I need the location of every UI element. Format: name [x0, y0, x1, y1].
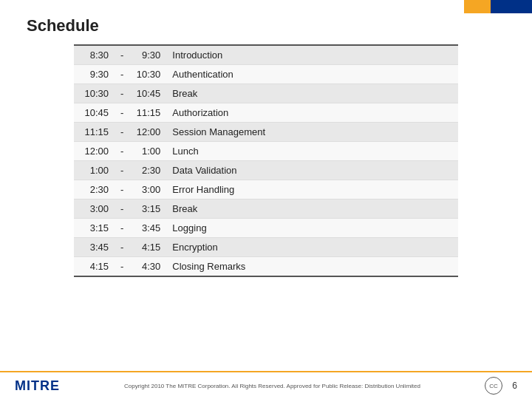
time-end: 3:15	[129, 200, 166, 219]
time-start: 3:00	[74, 200, 115, 219]
topic-label: Encryption	[166, 238, 458, 257]
time-start: 10:30	[74, 84, 115, 103]
table-row: 3:15-3:45Logging	[74, 219, 458, 238]
time-dash: -	[115, 45, 129, 65]
table-row: 1:00-2:30Data Validation	[74, 161, 458, 180]
time-dash: -	[115, 123, 129, 142]
topic-label: Logging	[166, 219, 458, 238]
time-start: 10:45	[74, 103, 115, 123]
time-start: 3:45	[74, 238, 115, 257]
topic-label: Session Management	[166, 123, 458, 142]
footer-copyright: Copyright 2010 The MITRE Corporation. Al…	[60, 383, 485, 389]
time-end: 10:45	[129, 84, 166, 103]
footer: MITRE Copyright 2010 The MITRE Corporati…	[0, 371, 532, 399]
corner-block-blue	[491, 0, 532, 13]
table-row: 3:45-4:15Encryption	[74, 238, 458, 257]
mitre-logo: MITRE	[15, 378, 60, 394]
topic-label: Data Validation	[166, 161, 458, 180]
topic-label: Lunch	[166, 142, 458, 161]
time-dash: -	[115, 200, 129, 219]
topic-label: Break	[166, 84, 458, 103]
topic-label: Authentication	[166, 65, 458, 84]
topic-label: Closing Remarks	[166, 257, 458, 277]
table-row: 12:00-1:00Lunch	[74, 142, 458, 161]
time-start: 1:00	[74, 161, 115, 180]
time-start: 2:30	[74, 180, 115, 200]
schedule-container: 8:30-9:30Introduction9:30-10:30Authentic…	[74, 44, 458, 277]
time-dash: -	[115, 257, 129, 277]
time-end: 4:30	[129, 257, 166, 277]
table-row: 10:30-10:45Break	[74, 84, 458, 103]
table-row: 10:45-11:15Authorization	[74, 103, 458, 123]
corner-block-orange	[464, 0, 491, 13]
time-start: 3:15	[74, 219, 115, 238]
table-row: 11:15-12:00Session Management	[74, 123, 458, 142]
time-start: 9:30	[74, 65, 115, 84]
time-dash: -	[115, 238, 129, 257]
time-dash: -	[115, 65, 129, 84]
table-row: 3:00-3:15Break	[74, 200, 458, 219]
time-dash: -	[115, 84, 129, 103]
topic-label: Error Handling	[166, 180, 458, 200]
table-row: 4:15-4:30Closing Remarks	[74, 257, 458, 277]
time-dash: -	[115, 219, 129, 238]
schedule-table: 8:30-9:30Introduction9:30-10:30Authentic…	[74, 44, 458, 277]
table-row: 9:30-10:30Authentication	[74, 65, 458, 84]
cc-icon: CC	[485, 377, 502, 395]
time-end: 9:30	[129, 45, 166, 65]
time-dash: -	[115, 180, 129, 200]
topic-label: Break	[166, 200, 458, 219]
corner-decoration	[464, 0, 532, 13]
time-dash: -	[115, 142, 129, 161]
time-dash: -	[115, 161, 129, 180]
page-title: Schedule	[27, 16, 99, 35]
time-start: 8:30	[74, 45, 115, 65]
time-end: 2:30	[129, 161, 166, 180]
footer-cc-area: CC	[485, 377, 502, 395]
time-end: 11:15	[129, 103, 166, 123]
time-end: 12:00	[129, 123, 166, 142]
cc-label: CC	[489, 383, 498, 389]
time-dash: -	[115, 103, 129, 123]
table-row: 8:30-9:30Introduction	[74, 45, 458, 65]
time-start: 4:15	[74, 257, 115, 277]
table-row: 2:30-3:00Error Handling	[74, 180, 458, 200]
time-start: 11:15	[74, 123, 115, 142]
time-end: 1:00	[129, 142, 166, 161]
time-end: 3:45	[129, 219, 166, 238]
time-end: 3:00	[129, 180, 166, 200]
topic-label: Introduction	[166, 45, 458, 65]
time-end: 10:30	[129, 65, 166, 84]
topic-label: Authorization	[166, 103, 458, 123]
page-number: 6	[502, 381, 517, 391]
time-end: 4:15	[129, 238, 166, 257]
time-start: 12:00	[74, 142, 115, 161]
